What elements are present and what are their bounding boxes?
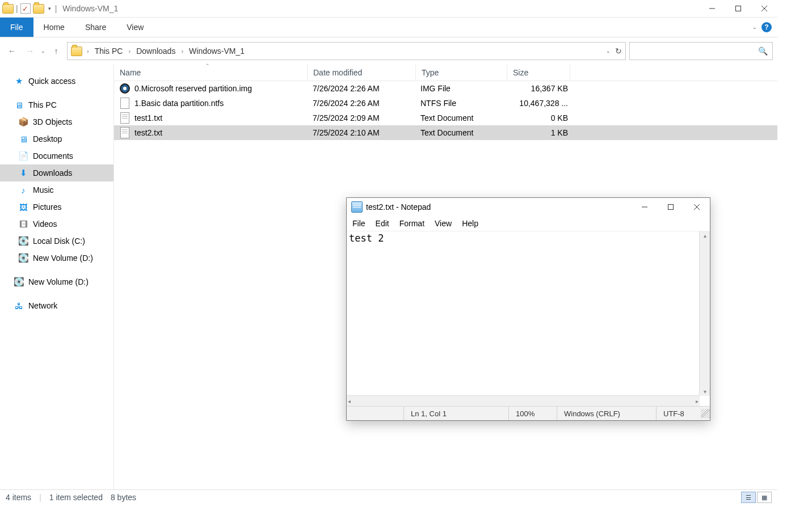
file-date: 7/25/2024 2:10 AM [307,128,415,137]
menu-format[interactable]: Format [399,219,424,228]
nav-videos[interactable]: 🎞Videos [0,215,113,233]
file-type: Text Document [415,113,506,122]
chevron-right-icon[interactable]: › [179,48,186,54]
document-icon: 📄 [18,151,28,161]
status-selection: 1 item selected [49,493,103,502]
file-type: NTFS File [415,99,506,108]
file-row[interactable]: 1.Basic data partition.ntfs7/26/2024 2:2… [114,96,777,111]
address-bar[interactable]: › This PC › Downloads › Windows-VM_1 ⌄ ↻ [67,42,626,60]
nav-this-pc[interactable]: 🖥This PC [0,96,113,113]
close-button[interactable] [751,0,777,17]
file-size: 0 KB [506,113,576,122]
tab-file[interactable]: File [0,18,33,37]
column-type[interactable]: Type [416,65,507,81]
tab-share[interactable]: Share [75,18,116,37]
disk-icon [120,83,130,94]
back-button[interactable]: ← [5,44,19,58]
file-name: test2.txt [134,128,162,137]
file-date: 7/25/2024 2:09 AM [307,113,415,122]
details-view-button[interactable]: ☰ [741,492,756,503]
tab-home[interactable]: Home [33,18,75,37]
new-folder-icon[interactable] [33,4,44,14]
notepad-icon [351,201,363,213]
nav-label: New Volume (D:) [28,277,89,286]
nav-new-volume-d-root[interactable]: 💽New Volume (D:) [0,273,113,290]
search-input[interactable]: 🔍 [629,42,773,60]
nav-label: Local Disk (C:) [33,236,85,246]
file-type: Text Document [415,128,506,137]
nav-label: Music [33,185,54,195]
file-date: 7/26/2024 2:26 AM [307,99,415,108]
horizontal-scrollbar[interactable]: ◂▸ [347,395,700,406]
chevron-right-icon[interactable]: › [85,48,91,54]
notepad-statusbar: Ln 1, Col 1 100% Windows (CRLF) UTF-8 [347,406,710,420]
nav-pictures[interactable]: 🖼Pictures [0,198,113,215]
maximize-button[interactable] [725,0,751,17]
nav-desktop[interactable]: 🖥Desktop [0,130,113,147]
search-icon: 🔍 [758,47,768,56]
file-row[interactable]: 0.Microsoft reserved partition.img7/26/2… [114,81,777,96]
minimize-button[interactable] [632,198,658,215]
nav-new-volume-d[interactable]: 💽New Volume (D:) [0,250,113,267]
file-type: IMG File [415,84,506,93]
close-button[interactable] [684,198,710,215]
file-row[interactable]: test2.txt7/25/2024 2:10 AMText Document1… [114,125,777,140]
menu-file[interactable]: File [352,219,365,228]
nav-documents[interactable]: 📄Documents [0,147,113,164]
pc-icon: 🖥 [14,100,24,110]
resize-grip-icon[interactable] [701,409,710,418]
view-toggle: ☰ ▦ [741,492,772,503]
status-encoding: UTF-8 [656,407,701,420]
nav-label: Desktop [33,134,62,143]
qat-dropdown-icon[interactable]: ▾ [47,6,53,11]
text-file-icon [120,113,130,123]
nav-quick-access[interactable]: ★Quick access [0,73,113,90]
video-icon: 🎞 [18,219,28,229]
ribbon: File Home Share View ⌄ ? [0,18,777,37]
address-dropdown-icon[interactable]: ⌄ [606,48,611,54]
refresh-icon[interactable]: ↻ [615,47,622,56]
nav-label: Quick access [28,77,75,86]
column-size[interactable]: Size [507,65,570,81]
vertical-scrollbar[interactable]: ▴▾ [699,231,710,396]
minimize-button[interactable] [699,0,725,17]
file-row[interactable]: test1.txt7/25/2024 2:09 AMText Document0… [114,111,777,125]
help-icon[interactable]: ? [761,22,772,32]
notepad-textarea[interactable]: test 2 [347,231,700,396]
svg-rect-5 [668,205,674,210]
breadcrumb-segment[interactable]: This PC [94,47,124,56]
nav-label: This PC [28,100,57,109]
menu-view[interactable]: View [435,219,452,228]
nav-music[interactable]: ♪Music [0,181,113,198]
file-date: 7/26/2024 2:26 AM [307,84,415,93]
chevron-right-icon[interactable]: › [126,48,133,54]
scroll-left-icon[interactable]: ◂ [348,398,351,404]
status-cursor-pos: Ln 1, Col 1 [403,407,508,420]
nav-downloads[interactable]: ⬇Downloads [0,164,113,181]
forward-button[interactable]: → [23,44,37,58]
column-date[interactable]: Date modified [308,65,416,81]
breadcrumb-segment[interactable]: Downloads [135,47,176,56]
nav-3d-objects[interactable]: 📦3D Objects [0,113,113,130]
menu-edit[interactable]: Edit [376,219,389,228]
nav-network[interactable]: 🖧Network [0,297,113,314]
scroll-down-icon[interactable]: ▾ [704,388,706,395]
notepad-titlebar[interactable]: test2.txt - Notepad [347,198,710,216]
scroll-up-icon[interactable]: ▴ [704,233,706,239]
notepad-menubar: File Edit Format View Help [347,216,710,231]
nav-local-disk-c[interactable]: 💽Local Disk (C:) [0,233,113,250]
nav-label: 3D Objects [33,117,72,126]
menu-help[interactable]: Help [462,219,478,228]
icons-view-button[interactable]: ▦ [757,492,772,503]
breadcrumb-segment[interactable]: Windows-VM_1 [188,47,246,56]
properties-icon[interactable]: ✓ [20,3,31,14]
up-button[interactable]: ↑ [49,44,64,58]
tab-view[interactable]: View [116,18,154,37]
file-size: 1 KB [506,128,576,137]
history-dropdown-icon[interactable]: ⌄ [41,48,45,54]
ribbon-expand-icon[interactable]: ⌄ [752,24,757,30]
drive-icon: 💽 [18,253,28,263]
scroll-right-icon[interactable]: ▸ [696,398,699,404]
folder-icon [71,47,82,56]
maximize-button[interactable] [658,198,684,215]
